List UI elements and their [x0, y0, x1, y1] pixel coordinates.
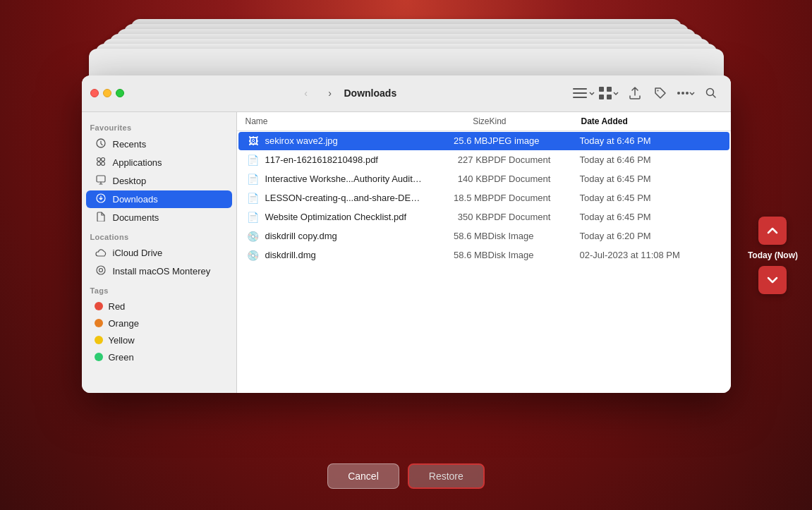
file-kind: Disk Image [488, 231, 580, 241]
file-icon: 🖼 [247, 135, 260, 147]
file-kind: PDF Document [488, 193, 580, 203]
title-bar: ‹ › Downloads [82, 75, 731, 112]
share-button[interactable] [624, 83, 646, 103]
sidebar-item-red[interactable]: Red [86, 298, 232, 315]
file-kind: Disk Image [488, 250, 580, 260]
file-name-cell: 💿 diskdrill copy.dmg [247, 231, 425, 242]
sidebar-item-applications[interactable]: Applications [86, 154, 232, 171]
svg-point-9 [681, 92, 684, 95]
file-icon: 📄 [247, 154, 260, 166]
file-name: diskdrill copy.dmg [265, 231, 337, 241]
sidebar-item-macos[interactable]: Install macOS Monterey [86, 262, 232, 280]
sidebar-item-applications-label: Applications [113, 157, 162, 168]
list-view-button[interactable] [573, 83, 595, 103]
scroll-down-button[interactable] [758, 266, 787, 294]
file-row[interactable]: 📄 LESSON-creating-q...and-share-DECK.pdf… [238, 189, 729, 207]
svg-point-19 [97, 266, 105, 274]
sidebar-item-yellow-label: Yellow [109, 335, 135, 346]
file-size: 350 KB [425, 212, 488, 222]
applications-icon [95, 157, 107, 169]
sidebar-item-desktop-label: Desktop [113, 176, 147, 186]
file-list-header: Name Size Kind Date Added [237, 112, 731, 131]
recents-icon [95, 138, 107, 150]
file-row[interactable]: 📄 117-en-1621618210498.pdf 227 KB PDF Do… [238, 151, 729, 169]
svg-rect-1 [573, 92, 587, 94]
green-tag-dot [95, 353, 103, 361]
svg-rect-2 [573, 97, 587, 98]
cancel-button[interactable]: Cancel [327, 463, 399, 489]
file-icon: 💿 [247, 250, 260, 261]
sidebar-item-recents-label: Recents [113, 139, 147, 150]
file-kind: PDF Document [488, 212, 580, 222]
file-size: 58.6 MB [425, 231, 488, 241]
svg-rect-17 [97, 176, 105, 182]
downloads-icon [95, 193, 107, 205]
sidebar-item-desktop[interactable]: Desktop [86, 172, 232, 190]
minimize-button[interactable] [103, 89, 111, 97]
file-date: Today at 6:45 PM [580, 193, 721, 203]
svg-point-16 [101, 162, 104, 165]
sidebar-item-red-label: Red [109, 301, 126, 312]
maximize-button[interactable] [116, 89, 124, 97]
svg-point-20 [99, 268, 102, 272]
file-row[interactable]: 💿 diskdrill.dmg 58.6 MB Disk Image 02-Ju… [238, 246, 729, 265]
file-icon: 📄 [247, 212, 260, 223]
file-size: 58.6 MB [425, 250, 488, 260]
file-date: 02-Jul-2023 at 11:08 PM [580, 250, 721, 260]
bottom-bar: Cancel Restore [0, 463, 812, 489]
file-name-cell: 📄 LESSON-creating-q...and-share-DECK.pdf [247, 193, 425, 204]
file-kind: JPEG image [488, 135, 580, 146]
file-icon: 💿 [247, 231, 260, 242]
close-button[interactable] [90, 89, 99, 97]
file-name: Website Optimization Checklist.pdf [265, 212, 407, 222]
back-button[interactable]: ‹ [296, 83, 316, 103]
file-name: LESSON-creating-q...and-share-DECK.pdf [265, 193, 425, 203]
sidebar-item-downloads-label: Downloads [113, 194, 158, 205]
file-row[interactable]: 🖼 sekirox wave2.jpg 25.6 MB JPEG image T… [238, 132, 729, 150]
file-name: 117-en-1621618210498.pdf [265, 154, 378, 165]
search-button[interactable] [700, 83, 722, 103]
svg-rect-5 [599, 95, 604, 99]
file-size: 140 KB [425, 174, 488, 184]
sidebar-item-documents[interactable]: Documents [86, 209, 232, 226]
toolbar-icons [573, 83, 722, 103]
toolbar-right: ‹ › Downloads [291, 83, 722, 103]
sidebar-item-icloud-label: iCloud Drive [113, 248, 163, 258]
file-row[interactable]: 📄 Website Optimization Checklist.pdf 350… [238, 208, 729, 226]
col-name[interactable]: Name [246, 116, 426, 126]
svg-rect-4 [607, 87, 612, 92]
file-list-area: Name Size Kind Date Added 🖼 sekirox wave… [237, 112, 731, 393]
scroll-up-button[interactable] [758, 217, 787, 245]
more-button[interactable] [674, 83, 697, 103]
col-kind[interactable]: Kind [490, 116, 581, 126]
tag-button[interactable] [649, 83, 672, 103]
svg-rect-6 [607, 95, 612, 99]
svg-point-15 [97, 162, 100, 165]
file-row[interactable]: 💿 diskdrill copy.dmg 58.6 MB Disk Image … [238, 227, 729, 245]
file-name-cell: 📄 117-en-1621618210498.pdf [247, 154, 425, 166]
macos-icon [95, 265, 107, 277]
forward-button[interactable]: › [320, 83, 340, 103]
file-kind: PDF Document [488, 174, 580, 184]
sidebar-item-green[interactable]: Green [86, 349, 232, 365]
file-name: sekirox wave2.jpg [265, 135, 338, 146]
svg-point-8 [677, 92, 680, 95]
file-icon: 📄 [247, 174, 260, 185]
col-size[interactable]: Size [426, 116, 490, 126]
col-date[interactable]: Date Added [581, 116, 722, 126]
sidebar: Favourites Recents [82, 112, 237, 393]
red-tag-dot [95, 302, 103, 310]
restore-button[interactable]: Restore [408, 463, 485, 489]
file-row[interactable]: 📄 Interactive Workshe...Authority Audit-… [238, 170, 729, 188]
file-name: Interactive Workshe...Authority Audit-1.… [265, 174, 425, 184]
sidebar-item-documents-label: Documents [113, 212, 159, 223]
tags-label: Tags [82, 281, 236, 298]
sidebar-item-icloud[interactable]: iCloud Drive [86, 245, 232, 262]
grid-view-button[interactable] [598, 83, 621, 103]
file-size: 25.6 MB [425, 135, 488, 146]
sidebar-item-green-label: Green [109, 352, 134, 363]
sidebar-item-downloads[interactable]: Downloads [86, 190, 232, 208]
sidebar-item-yellow[interactable]: Yellow [86, 332, 232, 348]
sidebar-item-orange[interactable]: Orange [86, 315, 232, 332]
sidebar-item-recents[interactable]: Recents [86, 135, 232, 153]
